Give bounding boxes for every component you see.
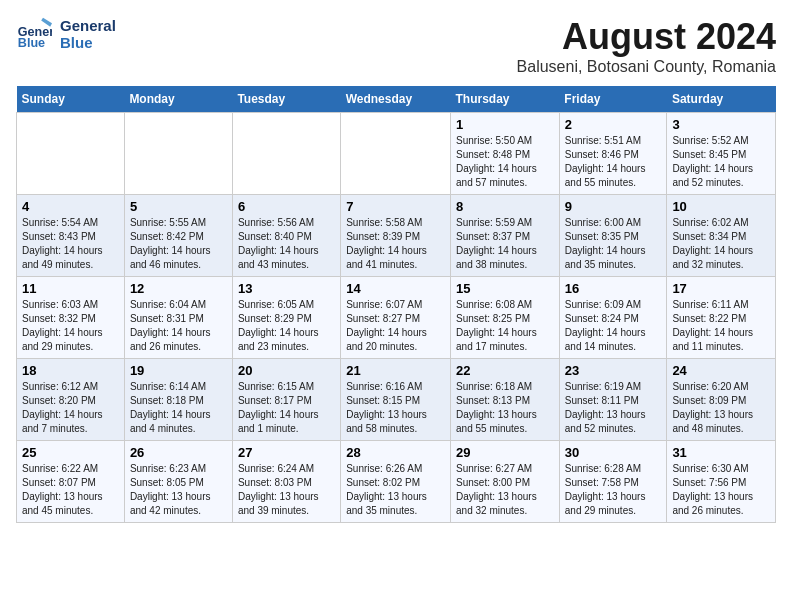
- calendar-cell: 18Sunrise: 6:12 AM Sunset: 8:20 PM Dayli…: [17, 359, 125, 441]
- day-info: Sunrise: 6:20 AM Sunset: 8:09 PM Dayligh…: [672, 380, 770, 436]
- page-header: General Blue General Blue August 2024 Ba…: [16, 16, 776, 76]
- calendar-cell: 5Sunrise: 5:55 AM Sunset: 8:42 PM Daylig…: [124, 195, 232, 277]
- day-number: 21: [346, 363, 445, 378]
- calendar-cell: 11Sunrise: 6:03 AM Sunset: 8:32 PM Dayli…: [17, 277, 125, 359]
- day-number: 30: [565, 445, 662, 460]
- calendar-cell: 13Sunrise: 6:05 AM Sunset: 8:29 PM Dayli…: [232, 277, 340, 359]
- day-info: Sunrise: 6:08 AM Sunset: 8:25 PM Dayligh…: [456, 298, 554, 354]
- day-info: Sunrise: 6:16 AM Sunset: 8:15 PM Dayligh…: [346, 380, 445, 436]
- header-wednesday: Wednesday: [341, 86, 451, 113]
- day-info: Sunrise: 6:14 AM Sunset: 8:18 PM Dayligh…: [130, 380, 227, 436]
- header-tuesday: Tuesday: [232, 86, 340, 113]
- day-number: 5: [130, 199, 227, 214]
- logo-line1: General: [60, 17, 116, 34]
- calendar-week-3: 11Sunrise: 6:03 AM Sunset: 8:32 PM Dayli…: [17, 277, 776, 359]
- header-sunday: Sunday: [17, 86, 125, 113]
- day-number: 6: [238, 199, 335, 214]
- calendar-cell: 3Sunrise: 5:52 AM Sunset: 8:45 PM Daylig…: [667, 113, 776, 195]
- calendar-week-2: 4Sunrise: 5:54 AM Sunset: 8:43 PM Daylig…: [17, 195, 776, 277]
- day-info: Sunrise: 5:54 AM Sunset: 8:43 PM Dayligh…: [22, 216, 119, 272]
- day-info: Sunrise: 6:26 AM Sunset: 8:02 PM Dayligh…: [346, 462, 445, 518]
- logo-line2: Blue: [60, 34, 116, 51]
- calendar-cell: 12Sunrise: 6:04 AM Sunset: 8:31 PM Dayli…: [124, 277, 232, 359]
- day-info: Sunrise: 6:09 AM Sunset: 8:24 PM Dayligh…: [565, 298, 662, 354]
- day-info: Sunrise: 6:28 AM Sunset: 7:58 PM Dayligh…: [565, 462, 662, 518]
- day-info: Sunrise: 6:02 AM Sunset: 8:34 PM Dayligh…: [672, 216, 770, 272]
- day-info: Sunrise: 5:58 AM Sunset: 8:39 PM Dayligh…: [346, 216, 445, 272]
- header-thursday: Thursday: [451, 86, 560, 113]
- calendar-cell: [232, 113, 340, 195]
- calendar-cell: 15Sunrise: 6:08 AM Sunset: 8:25 PM Dayli…: [451, 277, 560, 359]
- day-number: 1: [456, 117, 554, 132]
- day-info: Sunrise: 6:00 AM Sunset: 8:35 PM Dayligh…: [565, 216, 662, 272]
- day-info: Sunrise: 6:24 AM Sunset: 8:03 PM Dayligh…: [238, 462, 335, 518]
- calendar-header-row: SundayMondayTuesdayWednesdayThursdayFrid…: [17, 86, 776, 113]
- day-number: 16: [565, 281, 662, 296]
- main-title: August 2024: [517, 16, 776, 58]
- day-number: 7: [346, 199, 445, 214]
- day-info: Sunrise: 6:23 AM Sunset: 8:05 PM Dayligh…: [130, 462, 227, 518]
- calendar-week-5: 25Sunrise: 6:22 AM Sunset: 8:07 PM Dayli…: [17, 441, 776, 523]
- day-number: 18: [22, 363, 119, 378]
- calendar-cell: 26Sunrise: 6:23 AM Sunset: 8:05 PM Dayli…: [124, 441, 232, 523]
- subtitle: Baluseni, Botosani County, Romania: [517, 58, 776, 76]
- calendar-cell: [341, 113, 451, 195]
- calendar-cell: 21Sunrise: 6:16 AM Sunset: 8:15 PM Dayli…: [341, 359, 451, 441]
- day-number: 25: [22, 445, 119, 460]
- calendar-cell: 17Sunrise: 6:11 AM Sunset: 8:22 PM Dayli…: [667, 277, 776, 359]
- day-info: Sunrise: 5:50 AM Sunset: 8:48 PM Dayligh…: [456, 134, 554, 190]
- day-info: Sunrise: 6:11 AM Sunset: 8:22 PM Dayligh…: [672, 298, 770, 354]
- day-number: 14: [346, 281, 445, 296]
- day-info: Sunrise: 5:55 AM Sunset: 8:42 PM Dayligh…: [130, 216, 227, 272]
- day-info: Sunrise: 6:27 AM Sunset: 8:00 PM Dayligh…: [456, 462, 554, 518]
- day-number: 29: [456, 445, 554, 460]
- day-number: 24: [672, 363, 770, 378]
- header-monday: Monday: [124, 86, 232, 113]
- day-info: Sunrise: 6:07 AM Sunset: 8:27 PM Dayligh…: [346, 298, 445, 354]
- day-info: Sunrise: 6:12 AM Sunset: 8:20 PM Dayligh…: [22, 380, 119, 436]
- logo: General Blue General Blue: [16, 16, 116, 52]
- day-info: Sunrise: 6:19 AM Sunset: 8:11 PM Dayligh…: [565, 380, 662, 436]
- day-number: 28: [346, 445, 445, 460]
- calendar-cell: 20Sunrise: 6:15 AM Sunset: 8:17 PM Dayli…: [232, 359, 340, 441]
- header-friday: Friday: [559, 86, 667, 113]
- day-number: 23: [565, 363, 662, 378]
- day-number: 22: [456, 363, 554, 378]
- calendar-cell: 24Sunrise: 6:20 AM Sunset: 8:09 PM Dayli…: [667, 359, 776, 441]
- day-number: 12: [130, 281, 227, 296]
- logo-icon: General Blue: [16, 16, 52, 52]
- day-number: 4: [22, 199, 119, 214]
- day-info: Sunrise: 5:56 AM Sunset: 8:40 PM Dayligh…: [238, 216, 335, 272]
- day-info: Sunrise: 5:52 AM Sunset: 8:45 PM Dayligh…: [672, 134, 770, 190]
- day-number: 19: [130, 363, 227, 378]
- day-number: 31: [672, 445, 770, 460]
- calendar-week-1: 1Sunrise: 5:50 AM Sunset: 8:48 PM Daylig…: [17, 113, 776, 195]
- day-number: 13: [238, 281, 335, 296]
- day-number: 26: [130, 445, 227, 460]
- calendar-cell: 7Sunrise: 5:58 AM Sunset: 8:39 PM Daylig…: [341, 195, 451, 277]
- day-number: 2: [565, 117, 662, 132]
- calendar-cell: [17, 113, 125, 195]
- day-number: 11: [22, 281, 119, 296]
- calendar-cell: 19Sunrise: 6:14 AM Sunset: 8:18 PM Dayli…: [124, 359, 232, 441]
- header-saturday: Saturday: [667, 86, 776, 113]
- day-info: Sunrise: 6:15 AM Sunset: 8:17 PM Dayligh…: [238, 380, 335, 436]
- day-number: 27: [238, 445, 335, 460]
- day-number: 10: [672, 199, 770, 214]
- day-number: 20: [238, 363, 335, 378]
- svg-text:Blue: Blue: [18, 36, 45, 50]
- day-info: Sunrise: 6:04 AM Sunset: 8:31 PM Dayligh…: [130, 298, 227, 354]
- calendar-cell: 31Sunrise: 6:30 AM Sunset: 7:56 PM Dayli…: [667, 441, 776, 523]
- day-info: Sunrise: 5:51 AM Sunset: 8:46 PM Dayligh…: [565, 134, 662, 190]
- calendar-cell: 14Sunrise: 6:07 AM Sunset: 8:27 PM Dayli…: [341, 277, 451, 359]
- day-number: 15: [456, 281, 554, 296]
- calendar-cell: 22Sunrise: 6:18 AM Sunset: 8:13 PM Dayli…: [451, 359, 560, 441]
- calendar-cell: 2Sunrise: 5:51 AM Sunset: 8:46 PM Daylig…: [559, 113, 667, 195]
- day-info: Sunrise: 6:22 AM Sunset: 8:07 PM Dayligh…: [22, 462, 119, 518]
- calendar-cell: 8Sunrise: 5:59 AM Sunset: 8:37 PM Daylig…: [451, 195, 560, 277]
- calendar-cell: 28Sunrise: 6:26 AM Sunset: 8:02 PM Dayli…: [341, 441, 451, 523]
- calendar-cell: 25Sunrise: 6:22 AM Sunset: 8:07 PM Dayli…: [17, 441, 125, 523]
- day-number: 3: [672, 117, 770, 132]
- calendar-cell: 29Sunrise: 6:27 AM Sunset: 8:00 PM Dayli…: [451, 441, 560, 523]
- calendar-cell: 23Sunrise: 6:19 AM Sunset: 8:11 PM Dayli…: [559, 359, 667, 441]
